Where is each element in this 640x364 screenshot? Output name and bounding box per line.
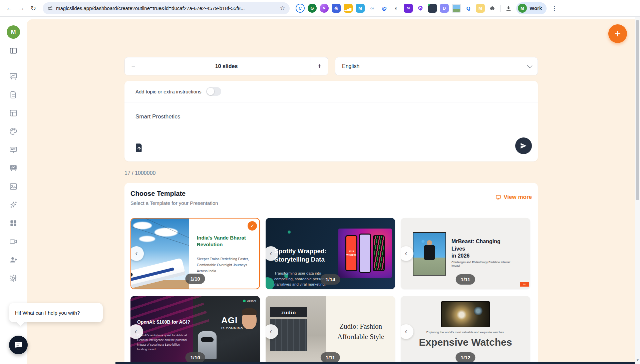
language-select[interactable]: English: [335, 57, 538, 75]
template-title-line1: Spotify Wrapped:: [274, 247, 327, 256]
create-new-button[interactable]: +: [608, 24, 627, 43]
topic-input[interactable]: Smart Prosthetics: [135, 113, 180, 120]
slide-count-pill: 1/10: [185, 274, 205, 284]
slide-count-pill: 1/11: [456, 274, 475, 285]
template-title-line2: Affordable Style: [337, 332, 384, 342]
grammarly-extension-icon[interactable]: G: [308, 4, 317, 13]
template-subtitle: OpenAI's ambitious quest for Artificial …: [137, 333, 187, 352]
page-scrollbar[interactable]: ▼: [635, 17, 640, 364]
template-card-zudio[interactable]: zudio Zudio: Fashion Affordable Style 1/…: [266, 296, 395, 364]
template-card-spotify[interactable]: 2023 Wrapped Spotify Wrapped: Storytelli…: [266, 218, 395, 289]
extensions-row: C G ➤ ✳ ▂▅▇ M ∞ @ ◐ 30 ⚙ D Q M: [296, 4, 497, 13]
view-more-button[interactable]: View more: [496, 194, 532, 201]
presentation-icon: [496, 195, 501, 200]
topic-toggle[interactable]: [206, 87, 221, 96]
view-more-label: View more: [504, 194, 532, 201]
apps-grid-icon[interactable]: [9, 219, 18, 228]
forward-button[interactable]: →: [15, 2, 27, 14]
language-value: English: [342, 63, 527, 69]
image-icon[interactable]: [9, 182, 18, 191]
swirl-extension-icon[interactable]: ◐: [392, 4, 401, 13]
upload-file-icon[interactable]: [135, 143, 143, 153]
increase-slides-button[interactable]: +: [311, 57, 328, 75]
template-card-vande-bharat[interactable]: India's Vande Bharat Revolution Sleeper …: [130, 218, 260, 289]
template-subtitle: Challenges and Philanthropy Redefine Int…: [451, 261, 515, 267]
character-counter: 17 / 1000000: [124, 170, 538, 176]
template-card-openai[interactable]: OpenAI AGI IS COMMING OpenAI: $100B for …: [130, 296, 260, 364]
video-camera-icon[interactable]: [9, 237, 18, 246]
phone-right: [373, 235, 385, 271]
template-title: India's Vande Bharat Revolution: [197, 235, 253, 248]
mrbeast-image: [413, 232, 446, 276]
template-title: Expensive Watches: [401, 337, 530, 348]
mail-yellow-extension-icon[interactable]: M: [476, 4, 485, 13]
chat-widget-button[interactable]: [9, 336, 28, 354]
link-extension-icon[interactable]: ∞: [368, 4, 377, 13]
palette-icon[interactable]: [9, 127, 18, 136]
person-add-icon[interactable]: [9, 255, 18, 265]
slideshow-list-icon[interactable]: [9, 145, 18, 154]
slides-count-stepper: − 10 slides +: [124, 57, 328, 75]
template-title-line2: in 2026: [451, 252, 512, 260]
ai-sparkles-icon[interactable]: [9, 200, 18, 210]
template-card-mrbeast[interactable]: MrBeast: Changing Lives in 2026 Challeng…: [401, 218, 530, 289]
snowflake-extension-icon[interactable]: ✳: [332, 4, 341, 13]
address-bar[interactable]: magicslides.app/dashboard/create?outline…: [43, 2, 290, 14]
presentation-chart-filled-icon[interactable]: [9, 163, 18, 173]
q-search-extension-icon[interactable]: Q: [464, 4, 473, 13]
url-text[interactable]: magicslides.app/dashboard/create?outline…: [56, 5, 277, 11]
watch-image: [441, 301, 490, 327]
extensions-puzzle-icon[interactable]: [488, 4, 497, 13]
browser-menu-icon[interactable]: ⋮: [549, 5, 559, 12]
openai-logo-icon: [243, 300, 246, 302]
bookmark-star-icon[interactable]: ☆: [280, 5, 285, 12]
sidebar-divider: [0, 63, 27, 63]
layout-template-icon[interactable]: [9, 108, 18, 118]
toolbar-divider: [500, 5, 501, 12]
photo-extension-icon[interactable]: [452, 4, 461, 13]
chat-greeting-bubble[interactable]: Hi! What can I help you with?: [9, 303, 103, 322]
chart-extension-icon[interactable]: ▂▅▇: [344, 4, 353, 13]
calendar-30-extension-icon[interactable]: 30: [404, 4, 413, 13]
presentation-chart-icon[interactable]: [9, 72, 18, 81]
back-button[interactable]: ←: [3, 2, 15, 14]
user-avatar[interactable]: M: [7, 25, 20, 39]
settings-gear-icon[interactable]: [9, 274, 18, 283]
scrollbar-thumb[interactable]: [636, 20, 639, 200]
selected-check-icon: ✓: [248, 221, 257, 231]
mail-blue-extension-icon[interactable]: M: [356, 4, 365, 13]
profile-avatar: M: [518, 4, 527, 13]
is-comming-overlay-text: IS COMMING: [221, 327, 243, 330]
decrease-slides-button[interactable]: −: [125, 57, 142, 75]
slide-count-pill: 1/10: [185, 352, 205, 363]
slide-count-pill: 1/14: [320, 274, 340, 285]
download-icon[interactable]: [504, 4, 513, 13]
gear-extension-icon[interactable]: ⚙: [416, 4, 425, 13]
sidebar-toggle-icon[interactable]: [9, 46, 18, 55]
scrollbar-down-arrow[interactable]: ▼: [636, 358, 639, 362]
site-settings-icon[interactable]: [47, 6, 53, 11]
template-section: Choose Template Select a Template for yo…: [124, 183, 538, 364]
copyright-extension-icon[interactable]: C: [296, 4, 305, 13]
template-title-line2: Storytelling Data: [274, 256, 327, 264]
cursor-extension-icon[interactable]: ➤: [320, 4, 329, 13]
generate-send-button[interactable]: [515, 137, 532, 154]
at-spiral-extension-icon[interactable]: @: [380, 4, 389, 13]
document-icon[interactable]: [9, 90, 18, 99]
slide-count-pill: 1/11: [321, 352, 340, 363]
zudio-sign: zudio: [270, 307, 307, 317]
template-title-line1: Zudio: Fashion: [337, 321, 384, 332]
carousel-prev-button[interactable]: ‹: [401, 246, 413, 261]
person-face: [242, 311, 257, 329]
template-card-watches[interactable]: Exploring the world's most valuable and …: [401, 296, 530, 364]
chevron-down-icon: [527, 63, 533, 68]
browser-profile-chip[interactable]: M Work: [516, 2, 547, 14]
template-title: OpenAI: $100B for AGI?: [137, 319, 190, 325]
agi-overlay-text: AGI: [221, 315, 238, 326]
d-letter-extension-icon[interactable]: D: [440, 4, 449, 13]
toggle-knob: [207, 88, 214, 95]
reload-button[interactable]: ↻: [27, 2, 39, 14]
bottom-dark-strip: [115, 362, 635, 364]
template-section-subtitle: Select a Template for your Presentation: [130, 200, 496, 206]
folder-extension-icon[interactable]: [428, 4, 437, 13]
